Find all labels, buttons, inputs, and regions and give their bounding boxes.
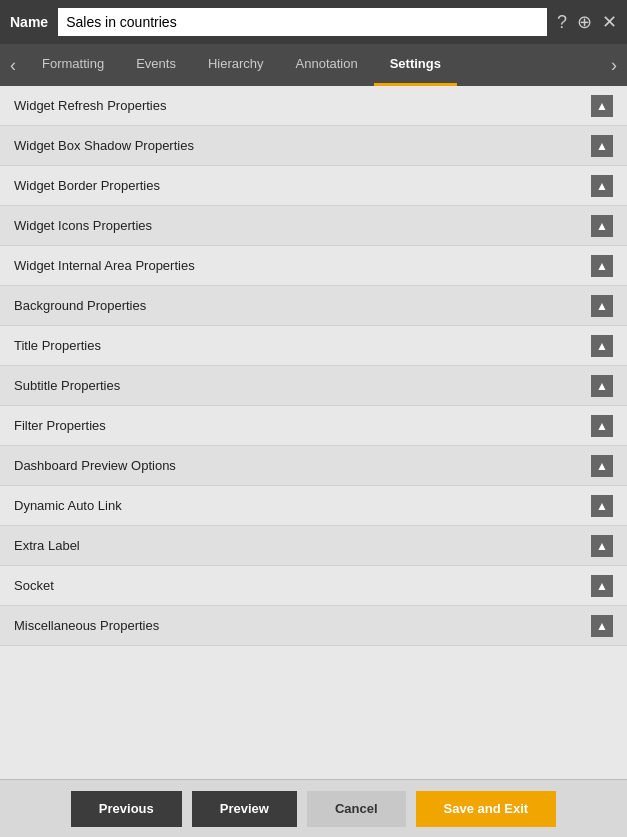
property-label-extra-label: Extra Label <box>14 538 80 553</box>
properties-list: Widget Refresh Properties▲Widget Box Sha… <box>0 86 627 646</box>
main-content: Widget Refresh Properties▲Widget Box Sha… <box>0 86 627 779</box>
property-row-widget-refresh[interactable]: Widget Refresh Properties▲ <box>0 86 627 126</box>
preview-button[interactable]: Preview <box>192 791 297 827</box>
collapse-btn-filter[interactable]: ▲ <box>591 415 613 437</box>
collapse-btn-title[interactable]: ▲ <box>591 335 613 357</box>
property-label-widget-icons: Widget Icons Properties <box>14 218 152 233</box>
footer: Previous Preview Cancel Save and Exit <box>0 779 627 837</box>
collapse-btn-miscellaneous[interactable]: ▲ <box>591 615 613 637</box>
property-row-widget-internal-area[interactable]: Widget Internal Area Properties▲ <box>0 246 627 286</box>
collapse-btn-extra-label[interactable]: ▲ <box>591 535 613 557</box>
property-row-dashboard-preview[interactable]: Dashboard Preview Options▲ <box>0 446 627 486</box>
collapse-btn-socket[interactable]: ▲ <box>591 575 613 597</box>
property-label-subtitle: Subtitle Properties <box>14 378 120 393</box>
property-row-widget-icons[interactable]: Widget Icons Properties▲ <box>0 206 627 246</box>
property-label-filter: Filter Properties <box>14 418 106 433</box>
tabs: Formatting Events Hierarchy Annotation S… <box>26 44 601 86</box>
collapse-btn-widget-refresh[interactable]: ▲ <box>591 95 613 117</box>
tab-bar: ‹ Formatting Events Hierarchy Annotation… <box>0 44 627 86</box>
property-row-subtitle[interactable]: Subtitle Properties▲ <box>0 366 627 406</box>
property-label-widget-box-shadow: Widget Box Shadow Properties <box>14 138 194 153</box>
property-row-widget-box-shadow[interactable]: Widget Box Shadow Properties▲ <box>0 126 627 166</box>
collapse-btn-widget-icons[interactable]: ▲ <box>591 215 613 237</box>
collapse-btn-dashboard-preview[interactable]: ▲ <box>591 455 613 477</box>
property-row-dynamic-auto-link[interactable]: Dynamic Auto Link▲ <box>0 486 627 526</box>
property-label-widget-border: Widget Border Properties <box>14 178 160 193</box>
property-row-background[interactable]: Background Properties▲ <box>0 286 627 326</box>
property-row-title[interactable]: Title Properties▲ <box>0 326 627 366</box>
collapse-btn-widget-box-shadow[interactable]: ▲ <box>591 135 613 157</box>
previous-button[interactable]: Previous <box>71 791 182 827</box>
property-label-dashboard-preview: Dashboard Preview Options <box>14 458 176 473</box>
name-label: Name <box>10 14 48 30</box>
empty-area <box>0 646 627 766</box>
tab-settings[interactable]: Settings <box>374 44 457 86</box>
property-label-background: Background Properties <box>14 298 146 313</box>
collapse-btn-dynamic-auto-link[interactable]: ▲ <box>591 495 613 517</box>
collapse-btn-widget-internal-area[interactable]: ▲ <box>591 255 613 277</box>
property-label-widget-refresh: Widget Refresh Properties <box>14 98 166 113</box>
collapse-btn-widget-border[interactable]: ▲ <box>591 175 613 197</box>
name-input[interactable] <box>58 8 547 36</box>
tab-formatting[interactable]: Formatting <box>26 44 120 86</box>
property-row-miscellaneous[interactable]: Miscellaneous Properties▲ <box>0 606 627 646</box>
property-row-widget-border[interactable]: Widget Border Properties▲ <box>0 166 627 206</box>
tab-prev-button[interactable]: ‹ <box>0 44 26 86</box>
save-exit-button[interactable]: Save and Exit <box>416 791 557 827</box>
close-icon[interactable]: ✕ <box>602 11 617 33</box>
cancel-button[interactable]: Cancel <box>307 791 406 827</box>
property-row-extra-label[interactable]: Extra Label▲ <box>0 526 627 566</box>
collapse-btn-background[interactable]: ▲ <box>591 295 613 317</box>
property-label-miscellaneous: Miscellaneous Properties <box>14 618 159 633</box>
tab-hierarchy[interactable]: Hierarchy <box>192 44 280 86</box>
property-label-socket: Socket <box>14 578 54 593</box>
tab-annotation[interactable]: Annotation <box>280 44 374 86</box>
header-icons: ? ⊕ ✕ <box>557 11 617 33</box>
property-row-socket[interactable]: Socket▲ <box>0 566 627 606</box>
property-label-widget-internal-area: Widget Internal Area Properties <box>14 258 195 273</box>
collapse-btn-subtitle[interactable]: ▲ <box>591 375 613 397</box>
property-row-filter[interactable]: Filter Properties▲ <box>0 406 627 446</box>
property-label-dynamic-auto-link: Dynamic Auto Link <box>14 498 122 513</box>
header: Name ? ⊕ ✕ <box>0 0 627 44</box>
tab-next-button[interactable]: › <box>601 44 627 86</box>
tab-events[interactable]: Events <box>120 44 192 86</box>
property-label-title: Title Properties <box>14 338 101 353</box>
move-icon[interactable]: ⊕ <box>577 11 592 33</box>
help-icon[interactable]: ? <box>557 12 567 33</box>
